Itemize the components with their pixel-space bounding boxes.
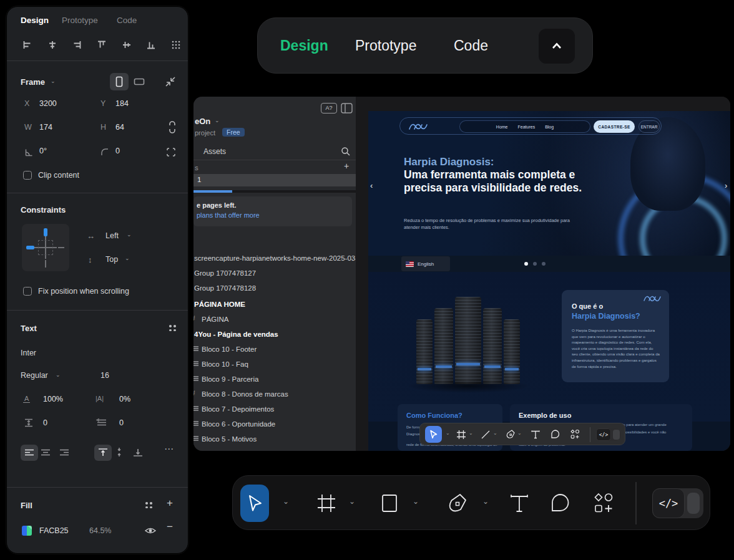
chevron-down-icon[interactable]: ⌄	[56, 372, 61, 378]
text-tool[interactable]	[531, 429, 541, 440]
pen-tool[interactable]	[446, 492, 468, 514]
fill-color-swatch[interactable]	[22, 526, 32, 536]
toggle-knob[interactable]	[613, 430, 620, 440]
nav-link-home[interactable]: Home	[496, 125, 508, 129]
dev-mode-icon[interactable]: </>	[652, 488, 685, 518]
corner-radius-value[interactable]: 0	[115, 147, 120, 155]
actions-tool[interactable]	[570, 429, 580, 440]
letter-spacing-value[interactable]: 0%	[119, 395, 130, 403]
upgrade-banner[interactable]: e pages left. plans that offer more	[193, 196, 352, 226]
font-weight-value[interactable]: Regular	[21, 371, 48, 380]
layer-row[interactable]: # Bloco 8 - Donos de marcas	[193, 387, 356, 402]
layer-row[interactable]: Bloco 10 - Footer	[193, 342, 356, 357]
zoom-tab-prototype[interactable]: Prototype	[355, 37, 416, 54]
layer-row[interactable]: 4You - Página de vendas	[193, 327, 356, 342]
login-button[interactable]: ENTRAR	[639, 120, 660, 133]
file-name[interactable]: eOn	[195, 117, 210, 126]
rectangle-tool[interactable]	[379, 493, 399, 513]
chevron-down-icon[interactable]: ⌄	[215, 117, 220, 123]
chevron-down-icon[interactable]: ⌄	[349, 497, 355, 506]
chevron-down-icon[interactable]: ⌄	[127, 231, 132, 238]
dev-mode-toggle[interactable]: </>	[596, 428, 621, 441]
actions-tool[interactable]	[592, 492, 615, 514]
visibility-eye-icon[interactable]	[144, 526, 157, 536]
font-size-value[interactable]: 16	[100, 371, 109, 380]
text-tool[interactable]	[508, 492, 531, 514]
align-bottom-icon[interactable]	[145, 39, 157, 51]
constrain-proportions-icon[interactable]	[167, 119, 177, 135]
text-align-center-button[interactable]	[41, 448, 51, 457]
zoom-tab-code[interactable]: Code	[454, 37, 488, 54]
x-value[interactable]: 3200	[39, 99, 57, 108]
align-left-icon[interactable]	[22, 39, 33, 51]
y-value[interactable]: 184	[115, 99, 129, 108]
toggle-sidebar-icon[interactable]	[341, 103, 353, 113]
layer-row[interactable]: Bloco 10 - Faq	[193, 357, 356, 372]
rotation-value[interactable]: 0°	[39, 147, 47, 155]
dev-mode-toggle[interactable]: </>	[652, 488, 703, 518]
layer-row[interactable]: # PÁGINA	[193, 312, 356, 327]
move-tool-selected[interactable]	[425, 426, 442, 443]
dot[interactable]	[542, 262, 546, 266]
text-styles-icon[interactable]	[169, 325, 176, 331]
chevron-down-icon[interactable]: ⌄	[51, 78, 56, 84]
align-vertical-center-icon[interactable]	[121, 39, 132, 51]
dot[interactable]	[533, 262, 537, 266]
frame-tool[interactable]	[316, 493, 336, 513]
portrait-orientation-button[interactable]	[110, 73, 129, 90]
chevron-down-icon[interactable]: ⌄	[125, 255, 130, 261]
align-top-icon[interactable]	[96, 39, 107, 51]
chevron-down-icon[interactable]: ⌄	[493, 430, 497, 436]
chevron-down-icon[interactable]: ⌄	[413, 497, 419, 506]
nav-link-blog[interactable]: Blog	[545, 125, 554, 129]
fill-hex-value[interactable]: FACB25	[39, 526, 69, 535]
canvas[interactable]: Home Features Blog CADASTRE-SE ENTRAR ‹ …	[356, 97, 730, 451]
add-fill-icon[interactable]: +	[167, 497, 173, 509]
tab-design[interactable]: Design	[21, 16, 49, 25]
layer-row[interactable]: Group 1707478127	[193, 266, 356, 281]
layer-row[interactable]: Bloco 7 - Depoimentos	[193, 402, 356, 417]
frame-tool[interactable]	[456, 430, 466, 440]
tab-prototype[interactable]: Prototype	[62, 16, 98, 25]
language-selector[interactable]: English	[401, 256, 450, 271]
remove-fill-icon[interactable]: −	[167, 521, 173, 533]
more-text-options-icon[interactable]: ⋯	[164, 443, 174, 455]
site-logo[interactable]	[408, 121, 430, 132]
zoom-tab-design[interactable]: Design	[280, 37, 328, 54]
font-replace-icon[interactable]: A?	[321, 103, 337, 113]
chevron-down-icon[interactable]: ⌄	[446, 430, 450, 436]
add-page-icon[interactable]: +	[344, 161, 349, 171]
layer-row[interactable]: Bloco 5 - Motivos	[193, 432, 356, 447]
align-horizontal-center-icon[interactable]	[47, 39, 58, 51]
comment-tool[interactable]	[549, 492, 571, 514]
line-height-value[interactable]: 100%	[43, 395, 63, 403]
comment-tool[interactable]	[550, 429, 560, 440]
align-right-icon[interactable]	[71, 39, 82, 51]
dev-mode-icon[interactable]: </>	[596, 428, 611, 441]
carousel-prev-arrow[interactable]: ‹	[370, 181, 373, 190]
pen-tool[interactable]	[505, 429, 516, 440]
assets-tab[interactable]: Assets	[203, 147, 226, 156]
layer-row[interactable]: screencapture-harpianetworks-home-new-20…	[193, 251, 356, 266]
fill-opacity-value[interactable]: 64.5%	[89, 526, 111, 535]
search-icon[interactable]	[341, 147, 350, 156]
carousel-next-arrow[interactable]: ›	[725, 181, 727, 190]
chevron-down-icon[interactable]: ⌄	[517, 430, 522, 436]
chevron-down-icon[interactable]: ⌄	[283, 497, 289, 506]
h-value[interactable]: 64	[115, 123, 124, 132]
vertical-constraint-value[interactable]: Top	[105, 255, 118, 264]
fill-styles-icon[interactable]	[145, 502, 152, 508]
signup-button[interactable]: CADASTRE-SE	[594, 120, 635, 133]
tidy-up-icon[interactable]	[170, 39, 182, 51]
toggle-knob[interactable]	[687, 493, 700, 514]
text-align-bottom-button[interactable]	[133, 447, 143, 457]
constraints-widget[interactable]	[22, 224, 69, 271]
nav-link-features[interactable]: Features	[518, 125, 536, 129]
layer-row[interactable]: Bloco 6 - Oportunidade	[193, 417, 356, 432]
landscape-orientation-button[interactable]	[130, 73, 149, 90]
tab-code[interactable]: Code	[117, 16, 137, 25]
line-tool[interactable]	[481, 430, 491, 440]
text-align-middle-button[interactable]	[114, 447, 124, 457]
carousel-dots[interactable]	[524, 262, 546, 266]
clip-content-checkbox[interactable]	[23, 171, 32, 180]
